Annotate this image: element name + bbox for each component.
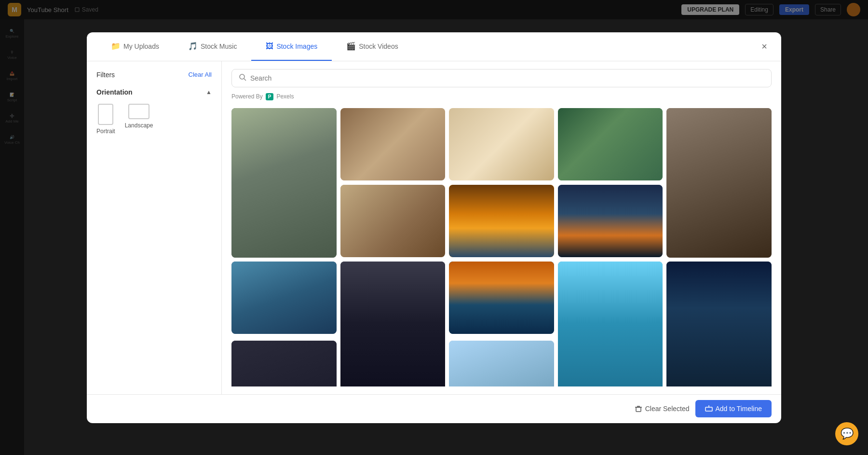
clear-all-button[interactable]: Clear All (189, 71, 212, 78)
tab-stock-videos[interactable]: 🎬 Stock Videos (332, 32, 412, 61)
list-item[interactable] (558, 108, 663, 180)
list-item[interactable] (231, 262, 337, 334)
list-item[interactable] (231, 341, 337, 386)
modal-tabs: 📁 My Uploads 🎵 Stock Music 🖼 Stock Image… (87, 32, 781, 61)
modal-footer: Clear Selected Add to Timeline (87, 394, 781, 423)
modal-body: Filters Clear All Orientation ▲ Portrait (87, 61, 781, 394)
list-item[interactable] (340, 108, 446, 180)
list-item[interactable] (666, 262, 772, 386)
search-bar (231, 69, 772, 87)
add-to-timeline-button[interactable]: Add to Timeline (695, 400, 772, 417)
stock-videos-icon: 🎬 (346, 41, 356, 51)
list-item[interactable] (666, 108, 772, 258)
clear-selected-button[interactable]: Clear Selected (635, 405, 690, 413)
pexels-logo: P (266, 93, 274, 100)
list-item[interactable] (449, 262, 554, 334)
tab-my-uploads[interactable]: 📁 My Uploads (96, 32, 174, 61)
list-item[interactable] (231, 108, 337, 258)
media-modal: 📁 My Uploads 🎵 Stock Music 🖼 Stock Image… (87, 32, 781, 423)
orientation-header: Orientation ▲ (96, 88, 212, 96)
orientation-section: Orientation ▲ Portrait Landscape (96, 88, 212, 135)
list-item[interactable] (340, 262, 446, 386)
list-item[interactable] (449, 108, 554, 180)
tab-stock-images[interactable]: 🖼 Stock Images (251, 32, 332, 61)
svg-line-1 (244, 79, 246, 81)
svg-rect-2 (636, 407, 641, 412)
image-grid (231, 108, 772, 386)
portrait-label: Portrait (96, 128, 115, 135)
filter-panel: Filters Clear All Orientation ▲ Portrait (87, 61, 222, 394)
landscape-label: Landscape (125, 122, 153, 129)
list-item[interactable] (449, 185, 554, 257)
content-area: Powered By P Pexels (222, 61, 781, 394)
filter-header: Filters Clear All (96, 71, 212, 79)
stock-music-icon: 🎵 (188, 41, 198, 51)
list-item[interactable] (449, 341, 554, 386)
search-input[interactable] (250, 74, 764, 82)
tab-stock-music[interactable]: 🎵 Stock Music (174, 32, 251, 61)
filters-label: Filters (96, 71, 115, 79)
add-timeline-icon (705, 405, 713, 413)
powered-by: Powered By P Pexels (231, 93, 772, 100)
orientation-label: Orientation (96, 88, 133, 96)
my-uploads-icon: 📁 (111, 41, 121, 51)
svg-rect-4 (705, 407, 712, 411)
close-button[interactable]: × (757, 39, 772, 54)
chat-button[interactable]: 💬 (835, 422, 858, 445)
search-icon (239, 73, 246, 83)
landscape-option[interactable]: Landscape (125, 104, 153, 135)
stock-images-icon: 🖼 (266, 42, 273, 51)
list-item[interactable] (340, 185, 446, 257)
modal-overlay: 📁 My Uploads 🎵 Stock Music 🖼 Stock Image… (0, 0, 868, 455)
list-item[interactable] (558, 185, 663, 257)
portrait-icon (98, 104, 113, 125)
portrait-option[interactable]: Portrait (96, 104, 115, 135)
orientation-toggle[interactable]: ▲ (206, 89, 212, 96)
landscape-icon (128, 104, 149, 119)
svg-point-0 (240, 74, 244, 79)
trash-icon (635, 405, 642, 413)
chat-icon: 💬 (841, 427, 854, 440)
orientation-options: Portrait Landscape (96, 104, 212, 135)
list-item[interactable] (558, 262, 663, 386)
